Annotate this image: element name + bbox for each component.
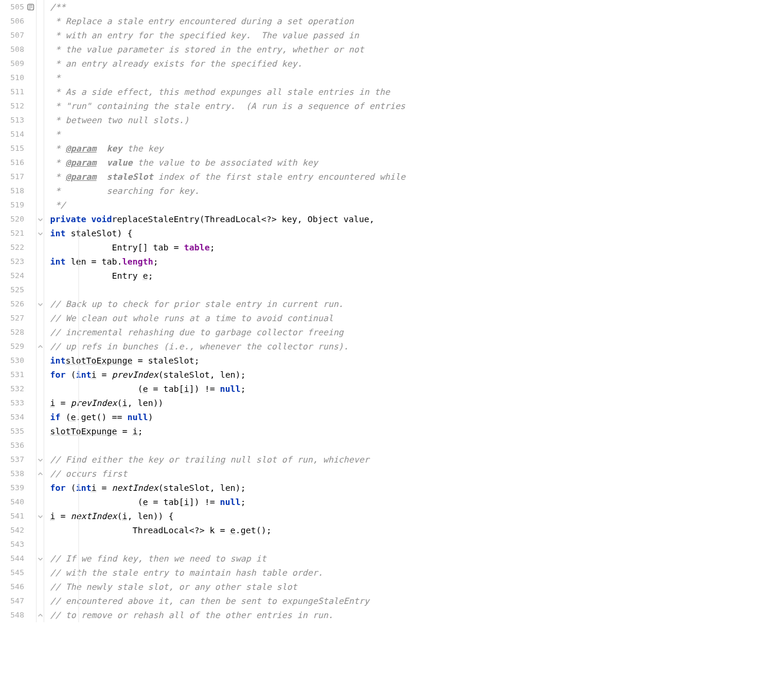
line-number[interactable]: 509	[0, 57, 36, 71]
code-line[interactable]: * @param staleSlot index of the first st…	[50, 170, 405, 184]
code-line[interactable]: int staleSlot) {	[50, 226, 405, 240]
code-line[interactable]: // occurs first	[50, 467, 405, 481]
line-number[interactable]: 548	[0, 608, 36, 622]
line-number[interactable]: 524	[0, 269, 36, 283]
line-number[interactable]: 541	[0, 509, 36, 523]
line-number[interactable]: 547	[0, 594, 36, 608]
line-number[interactable]: 523	[0, 255, 36, 269]
code-line[interactable]: /**	[50, 0, 405, 14]
fold-expand-icon[interactable]	[37, 344, 44, 350]
line-number[interactable]: 516	[0, 156, 36, 170]
line-number[interactable]: 518	[0, 184, 36, 198]
code-line[interactable]: *	[50, 127, 405, 141]
code-line[interactable]: * "run" containing the stale entry. (A r…	[50, 99, 405, 113]
code-line[interactable]: * searching for key.	[50, 184, 405, 198]
fold-collapse-icon[interactable]	[37, 457, 44, 463]
code-line[interactable]: * the value parameter is stored in the e…	[50, 42, 405, 57]
line-number[interactable]: 542	[0, 523, 36, 537]
line-number[interactable]: 508	[0, 42, 36, 57]
fold-expand-icon[interactable]	[37, 471, 44, 477]
line-number[interactable]: 506	[0, 14, 36, 28]
code-editor[interactable]: /** * Replace a stale entry encountered …	[44, 0, 405, 622]
code-line[interactable]: // up refs in bunches (i.e., whenever th…	[50, 339, 405, 354]
code-line[interactable]: Entry[] tab = table;	[50, 240, 405, 255]
code-line[interactable]: // to remove or rehash all of the other …	[50, 608, 405, 622]
code-line[interactable]: if (e.get() == null)	[50, 410, 405, 424]
line-number[interactable]: 533	[0, 396, 36, 410]
code-line[interactable]: int len = tab.length;	[50, 255, 405, 269]
line-number[interactable]: 529	[0, 339, 36, 354]
code-line[interactable]: private void replaceStaleEntry(ThreadLoc…	[50, 212, 405, 226]
code-line[interactable]: *	[50, 71, 405, 85]
code-line[interactable]: slotToExpunge = i;	[50, 424, 405, 438]
line-number[interactable]: 522	[0, 240, 36, 255]
line-number-gutter[interactable]: 5055065075085095105115125135145155165175…	[0, 0, 37, 622]
code-line[interactable]	[50, 438, 405, 453]
fold-collapse-icon[interactable]	[37, 301, 44, 308]
code-line[interactable]: * an entry already exists for the specif…	[50, 57, 405, 71]
line-number[interactable]: 540	[0, 495, 36, 509]
line-number[interactable]: 532	[0, 382, 36, 396]
code-line[interactable]	[50, 537, 405, 552]
code-line[interactable]: */	[50, 198, 405, 212]
code-line[interactable]: // encountered above it, can then be sen…	[50, 594, 405, 608]
line-number[interactable]: 513	[0, 113, 36, 127]
line-number[interactable]: 528	[0, 325, 36, 339]
line-number[interactable]: 537	[0, 453, 36, 467]
line-number[interactable]: 507	[0, 28, 36, 42]
fold-collapse-icon[interactable]	[37, 513, 44, 520]
line-number[interactable]: 546	[0, 580, 36, 594]
code-line[interactable]: Entry e;	[50, 269, 405, 283]
line-number[interactable]: 544	[0, 552, 36, 566]
code-line[interactable]: * @param key the key	[50, 141, 405, 156]
line-number[interactable]: 525	[0, 283, 36, 297]
line-number[interactable]: 519	[0, 198, 36, 212]
fold-collapse-icon[interactable]	[37, 230, 44, 237]
line-number[interactable]: 530	[0, 354, 36, 368]
fold-collapse-icon[interactable]	[37, 216, 44, 223]
fold-collapse-icon[interactable]	[37, 556, 44, 562]
code-line[interactable]: * with an entry for the specified key. T…	[50, 28, 405, 42]
line-number[interactable]: 514	[0, 127, 36, 141]
code-line[interactable]: ThreadLocal<?> k = e.get();	[50, 523, 405, 537]
code-line[interactable]: // Find either the key or trailing null …	[50, 453, 405, 467]
code-line[interactable]	[50, 283, 405, 297]
implements-icon[interactable]	[27, 3, 35, 11]
code-line[interactable]: int slotToExpunge = staleSlot;	[50, 354, 405, 368]
code-line[interactable]: // The newly stale slot, or any other st…	[50, 580, 405, 594]
line-number[interactable]: 527	[0, 311, 36, 325]
code-line[interactable]: i = nextIndex(i, len)) {	[50, 509, 405, 523]
code-line[interactable]: * Replace a stale entry encountered duri…	[50, 14, 405, 28]
code-line[interactable]: // with the stale entry to maintain hash…	[50, 566, 405, 580]
code-line[interactable]: // Back up to check for prior stale entr…	[50, 297, 405, 311]
fold-expand-icon[interactable]	[37, 612, 44, 619]
line-number[interactable]: 539	[0, 481, 36, 495]
line-number[interactable]: 512	[0, 99, 36, 113]
line-number[interactable]: 526	[0, 297, 36, 311]
code-line[interactable]: i = prevIndex(i, len))	[50, 396, 405, 410]
code-line[interactable]: * As a side effect, this method expunges…	[50, 85, 405, 99]
line-number[interactable]: 520	[0, 212, 36, 226]
line-number[interactable]: 535	[0, 424, 36, 438]
code-line[interactable]: // If we find key, then we need to swap …	[50, 552, 405, 566]
line-number[interactable]: 543	[0, 537, 36, 552]
line-number[interactable]: 510	[0, 71, 36, 85]
line-number[interactable]: 536	[0, 438, 36, 453]
line-number[interactable]: 505	[0, 0, 36, 14]
code-line[interactable]: * @param value the value to be associate…	[50, 156, 405, 170]
fold-gutter[interactable]	[37, 0, 44, 622]
line-number[interactable]: 538	[0, 467, 36, 481]
code-line[interactable]: (e = tab[i]) != null;	[50, 382, 405, 396]
line-number[interactable]: 517	[0, 170, 36, 184]
line-number[interactable]: 515	[0, 141, 36, 156]
line-number[interactable]: 545	[0, 566, 36, 580]
code-line[interactable]: for (int i = nextIndex(staleSlot, len);	[50, 481, 405, 495]
line-number[interactable]: 521	[0, 226, 36, 240]
code-line[interactable]: // We clean out whole runs at a time to …	[50, 311, 405, 325]
code-line[interactable]: * between two null slots.)	[50, 113, 405, 127]
line-number[interactable]: 531	[0, 368, 36, 382]
line-number[interactable]: 511	[0, 85, 36, 99]
line-number[interactable]: 534	[0, 410, 36, 424]
code-line[interactable]: // incremental rehashing due to garbage …	[50, 325, 405, 339]
code-line[interactable]: (e = tab[i]) != null;	[50, 495, 405, 509]
